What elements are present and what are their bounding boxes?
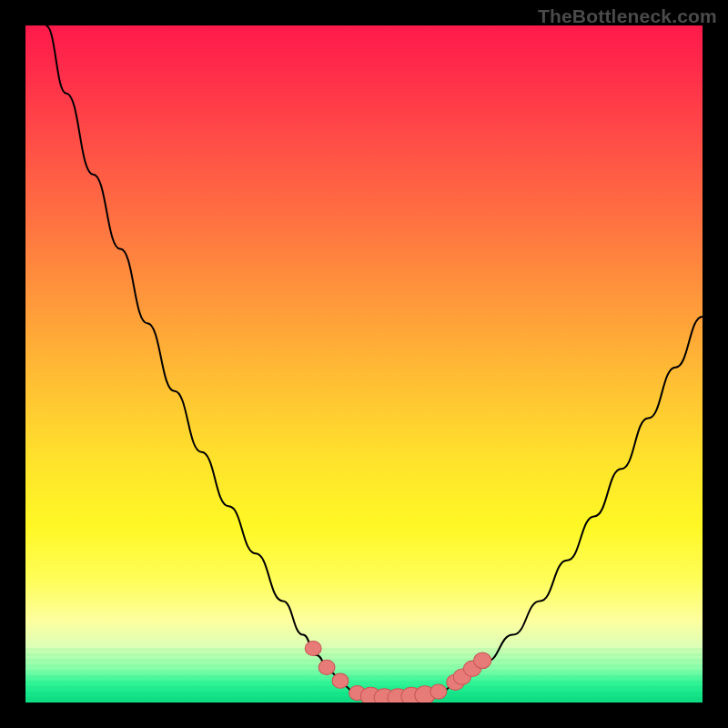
curve-left-branch <box>46 25 357 696</box>
data-marker <box>305 641 321 655</box>
chart-svg <box>25 25 703 703</box>
plot-area <box>25 25 703 703</box>
data-marker <box>318 660 335 674</box>
marker-group <box>305 641 491 703</box>
curve-right-branch <box>439 317 703 693</box>
watermark-label: TheBottleneck.com <box>538 5 717 27</box>
data-marker <box>332 673 349 688</box>
curve-group <box>46 25 703 699</box>
chart-frame: TheBottleneck.com <box>0 0 728 728</box>
data-marker <box>474 652 491 668</box>
data-marker <box>430 684 447 699</box>
